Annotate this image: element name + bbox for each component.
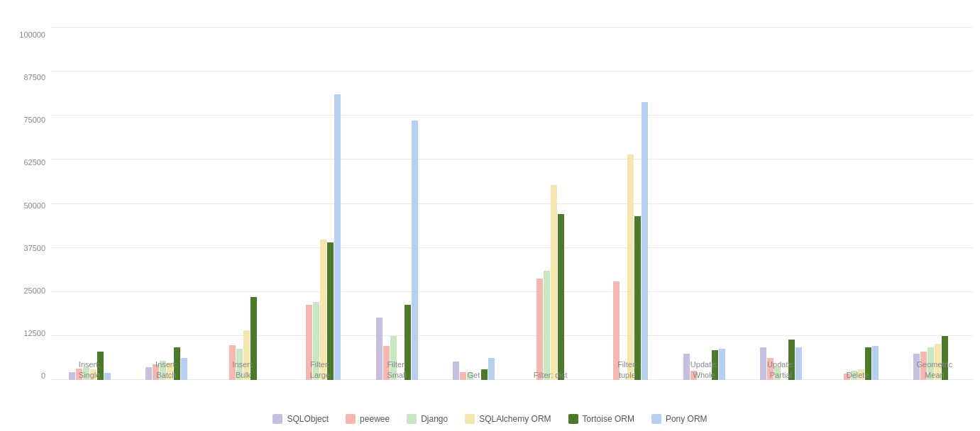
y-axis-label: 50000: [23, 201, 45, 210]
legend-swatch: [346, 414, 356, 424]
bar: [320, 240, 326, 380]
bar-group: Update: Whole: [666, 27, 742, 380]
bar: [544, 271, 550, 380]
bar-group: Geometric Mean: [896, 27, 973, 380]
y-axis-label: 37500: [23, 244, 45, 252]
bar-group: Delete: [820, 27, 896, 380]
bars: [896, 27, 973, 380]
bar-group: Filter: Large: [282, 27, 358, 380]
legend-swatch: [651, 414, 661, 424]
legend-item: SQLAlchemy ORM: [465, 414, 551, 424]
bar-group: Update: Partial: [742, 27, 819, 380]
x-axis-label: Get: [448, 370, 498, 380]
x-axis-label: Filter: Large: [295, 359, 345, 380]
bar-group: Filter: Small: [358, 27, 435, 380]
legend-item: peewee: [346, 414, 390, 424]
legend-item: Django: [407, 414, 448, 424]
legend-item: Tortoise ORM: [568, 414, 634, 424]
bars: [512, 27, 589, 380]
bars: [282, 27, 358, 380]
bar-group: Filter: tuple: [589, 27, 666, 380]
x-axis-label: Insert: Bulk: [219, 359, 268, 380]
legend-label: Django: [421, 414, 448, 424]
bars: [128, 27, 204, 380]
chart-area: 1000008750075000625005000037500250001250…: [7, 27, 973, 408]
x-axis-label: Insert: Single: [65, 359, 114, 380]
y-axis-label: 12500: [23, 329, 45, 337]
plot-area: Insert: SingleInsert: BatchInsert: BulkF…: [51, 27, 973, 408]
bars: [435, 27, 512, 380]
bars: [51, 27, 128, 380]
bar-group: Get: [435, 27, 512, 380]
legend-label: SQLObject: [287, 414, 329, 424]
bar-group: Insert: Batch: [128, 27, 204, 380]
y-axis-label: 0: [41, 371, 45, 380]
y-axis-label: 75000: [23, 116, 45, 124]
x-axis-label: Filter: Small: [372, 359, 422, 380]
legend-label: Tortoise ORM: [583, 414, 634, 424]
x-axis-label: Update: Whole: [679, 359, 729, 380]
bar: [558, 214, 564, 380]
x-axis-label: Filter: dict: [526, 370, 576, 380]
legend-label: Pony ORM: [666, 414, 708, 424]
y-axis-label: 62500: [23, 158, 45, 167]
bars: [820, 27, 896, 380]
y-axis-label: 25000: [23, 286, 45, 295]
legend-swatch: [272, 414, 282, 424]
legend-label: peewee: [360, 414, 390, 424]
legend: SQLObjectpeeweeDjangoSQLAlchemy ORMTorto…: [272, 414, 707, 424]
bar: [334, 94, 341, 380]
bar: [412, 121, 418, 380]
bar: [634, 216, 641, 380]
bars: [742, 27, 819, 380]
chart-container: 1000008750075000625005000037500250001250…: [0, 0, 980, 431]
bar-group: Insert: Bulk: [205, 27, 282, 380]
legend-label: SQLAlchemy ORM: [479, 414, 551, 424]
bars: [205, 27, 282, 380]
legend-item: SQLObject: [272, 414, 329, 424]
x-axis-label: Geometric Mean: [910, 359, 959, 380]
bars: [589, 27, 666, 380]
x-axis-label: Filter: tuple: [602, 359, 652, 380]
x-axis-label: Insert: Batch: [141, 359, 191, 380]
y-axis-label: 87500: [23, 73, 45, 82]
x-axis-label: Update: Partial: [756, 359, 805, 380]
bars: [666, 27, 742, 380]
y-axis: 1000008750075000625005000037500250001250…: [7, 27, 51, 408]
bar: [536, 279, 543, 380]
legend-swatch: [568, 414, 578, 424]
bar: [551, 185, 557, 380]
y-axis-label: 100000: [19, 30, 45, 39]
bars-row: Insert: SingleInsert: BatchInsert: BulkF…: [51, 27, 973, 408]
bar: [627, 155, 634, 380]
legend-item: Pony ORM: [651, 414, 708, 424]
bar-group: Insert: Single: [51, 27, 128, 380]
legend-swatch: [407, 414, 417, 424]
bar-group: Filter: dict: [512, 27, 589, 380]
bars: [358, 27, 435, 380]
bar: [642, 102, 648, 380]
x-axis-label: Delete: [833, 370, 883, 380]
legend-swatch: [465, 414, 475, 424]
